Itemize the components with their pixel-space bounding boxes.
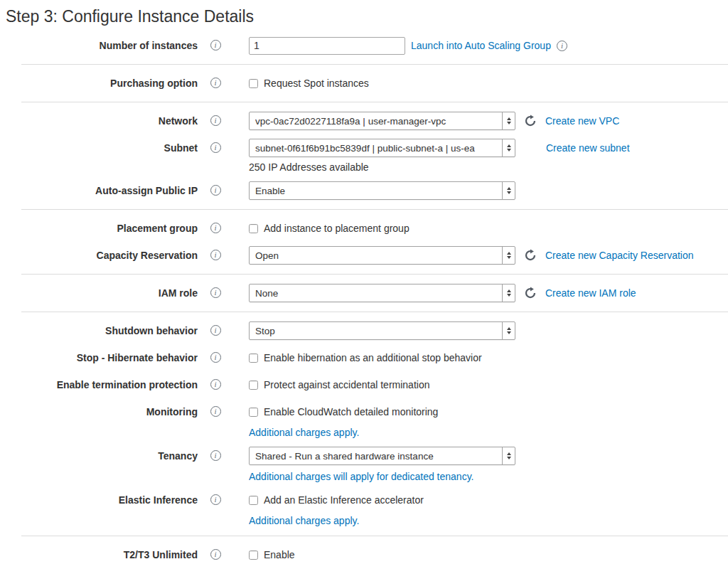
info-icon[interactable]: i: [210, 142, 221, 153]
select-arrows-icon: [502, 322, 515, 339]
network-select-value: vpc-0ac72d0227118fa9a | user-manager-vpc: [255, 116, 498, 127]
t2t3-enable-checkbox-label[interactable]: Enable: [264, 549, 295, 560]
iam-role-select-value: None: [255, 288, 498, 299]
shutdown-behavior-label: Shutdown behavior: [105, 325, 198, 336]
purchasing-option-label: Purchasing option: [110, 78, 198, 89]
hibernation-checkbox[interactable]: [249, 353, 258, 363]
divider: [21, 102, 728, 102]
info-icon[interactable]: i: [210, 78, 221, 88]
iam-role-label: IAM role: [159, 287, 198, 299]
monitoring-additional-charges-link[interactable]: Additional charges apply.: [249, 427, 359, 438]
form-row-tenancy: Tenancy i Shared - Run a shared hardware…: [0, 447, 728, 482]
request-spot-instances-checkbox[interactable]: [249, 79, 258, 88]
select-arrows-icon: [502, 447, 515, 464]
form-row-termination-protection: Enable termination protection i Protect …: [0, 376, 728, 394]
divider: [21, 312, 728, 312]
select-arrows-icon: [502, 112, 515, 129]
stop-hibernate-behavior-label: Stop - Hibernate behavior: [77, 352, 198, 363]
capacity-reservation-select[interactable]: Open: [249, 246, 515, 265]
placement-group-checkbox-label[interactable]: Add instance to placement group: [264, 223, 410, 234]
form-row-shutdown-behavior: Shutdown behavior i Stop: [0, 321, 728, 340]
termination-protection-label: Enable termination protection: [57, 379, 198, 390]
t2t3-enable-checkbox[interactable]: [249, 550, 258, 560]
auto-assign-public-ip-label: Auto-assign Public IP: [95, 185, 198, 196]
form-row-placement-group: Placement group i Add instance to placem…: [0, 219, 728, 238]
info-icon[interactable]: i: [210, 40, 221, 50]
shutdown-behavior-select-value: Stop: [255, 326, 498, 336]
select-arrows-icon: [502, 139, 515, 156]
capacity-reservation-select-value: Open: [255, 250, 498, 261]
info-icon[interactable]: i: [210, 250, 221, 260]
elastic-inference-additional-charges-link[interactable]: Additional charges apply.: [249, 515, 359, 526]
elastic-inference-label: Elastic Inference: [119, 494, 198, 506]
create-new-iam-role-link[interactable]: Create new IAM role: [545, 287, 636, 299]
tenancy-select[interactable]: Shared - Run a shared hardware instance: [249, 447, 515, 465]
info-icon[interactable]: i: [210, 406, 221, 417]
info-icon[interactable]: i: [557, 41, 567, 51]
info-icon[interactable]: i: [210, 223, 221, 233]
create-new-capacity-reservation-link[interactable]: Create new Capacity Reservation: [545, 250, 694, 261]
number-of-instances-input[interactable]: [249, 37, 405, 55]
form-row-network: Network i vpc-0ac72d0227118fa9a | user-m…: [0, 112, 728, 130]
divider: [21, 536, 728, 536]
create-new-subnet-link[interactable]: Create new subnet: [546, 142, 630, 154]
cloudwatch-monitoring-checkbox-label[interactable]: Enable CloudWatch detailed monitoring: [264, 406, 438, 417]
info-icon[interactable]: i: [210, 287, 221, 298]
refresh-icon[interactable]: [524, 249, 537, 262]
elastic-inference-checkbox[interactable]: [249, 496, 258, 505]
info-icon[interactable]: i: [210, 115, 221, 126]
form-row-t2t3-unlimited: T2/T3 Unlimited i Enable Additional char…: [0, 546, 728, 564]
select-arrows-icon: [502, 247, 515, 264]
auto-assign-public-ip-select-value: Enable: [255, 186, 498, 196]
form-row-monitoring: Monitoring i Enable CloudWatch detailed …: [0, 403, 728, 438]
tenancy-label: Tenancy: [158, 450, 198, 462]
network-label: Network: [159, 115, 198, 127]
iam-role-select[interactable]: None: [249, 284, 515, 302]
form-row-auto-assign-public-ip: Auto-assign Public IP i Enable: [0, 181, 728, 200]
subnet-select-value: subnet-0f61f6b91bc5839df | public-subnet…: [255, 143, 498, 154]
monitoring-label: Monitoring: [146, 406, 198, 417]
form-row-subnet: Subnet i subnet-0f61f6b91bc5839df | publ…: [0, 139, 728, 173]
refresh-icon[interactable]: [524, 287, 537, 299]
placement-group-label: Placement group: [117, 223, 198, 234]
form-row-purchasing-option: Purchasing option i Request Spot instanc…: [0, 74, 728, 92]
tenancy-additional-charges-link[interactable]: Additional charges will apply for dedica…: [249, 471, 473, 482]
create-new-vpc-link[interactable]: Create new VPC: [545, 115, 619, 127]
number-of-instances-label: Number of instances: [100, 40, 198, 51]
divider: [21, 274, 728, 275]
configure-instance-details-page: Step 3: Configure Instance Details Numbe…: [0, 7, 728, 564]
info-icon[interactable]: i: [210, 185, 221, 196]
page-title: Step 3: Configure Instance Details: [6, 7, 728, 26]
subnet-select[interactable]: subnet-0f61f6b91bc5839df | public-subnet…: [249, 139, 515, 157]
placement-group-checkbox[interactable]: [249, 224, 258, 233]
info-icon[interactable]: i: [210, 352, 221, 363]
form-row-number-of-instances: Number of instances i Launch into Auto S…: [0, 36, 728, 55]
info-icon[interactable]: i: [210, 325, 221, 336]
form-row-iam-role: IAM role i None Create new IAM role: [0, 284, 728, 302]
network-select[interactable]: vpc-0ac72d0227118fa9a | user-manager-vpc: [249, 112, 515, 130]
request-spot-instances-label[interactable]: Request Spot instances: [264, 78, 369, 89]
auto-assign-public-ip-select[interactable]: Enable: [249, 181, 515, 200]
shutdown-behavior-select[interactable]: Stop: [249, 321, 515, 340]
select-arrows-icon: [502, 284, 515, 302]
refresh-icon[interactable]: [524, 115, 537, 127]
info-icon[interactable]: i: [210, 549, 221, 560]
select-arrows-icon: [502, 182, 515, 199]
elastic-inference-checkbox-label[interactable]: Add an Elastic Inference accelerator: [264, 494, 424, 506]
capacity-reservation-label: Capacity Reservation: [97, 250, 198, 261]
info-icon[interactable]: i: [210, 494, 221, 505]
termination-protection-checkbox-label[interactable]: Protect against accidental termination: [264, 379, 429, 390]
form-row-capacity-reservation: Capacity Reservation i Open Create new C…: [0, 246, 728, 265]
hibernation-checkbox-label[interactable]: Enable hibernation as an additional stop…: [264, 352, 482, 363]
launch-auto-scaling-group-link[interactable]: Launch into Auto Scaling Group: [411, 40, 551, 51]
t2t3-unlimited-label: T2/T3 Unlimited: [124, 549, 198, 560]
cloudwatch-monitoring-checkbox[interactable]: [249, 408, 258, 417]
divider: [21, 209, 728, 210]
tenancy-select-value: Shared - Run a shared hardware instance: [255, 451, 498, 462]
info-icon[interactable]: i: [210, 450, 221, 461]
termination-protection-checkbox[interactable]: [249, 381, 258, 390]
subnet-ip-availability-note: 250 IP Addresses available: [249, 161, 369, 173]
info-icon[interactable]: i: [210, 379, 221, 390]
form-row-elastic-inference: Elastic Inference i Add an Elastic Infer…: [0, 491, 728, 526]
form-row-stop-hibernate-behavior: Stop - Hibernate behavior i Enable hiber…: [0, 348, 728, 367]
